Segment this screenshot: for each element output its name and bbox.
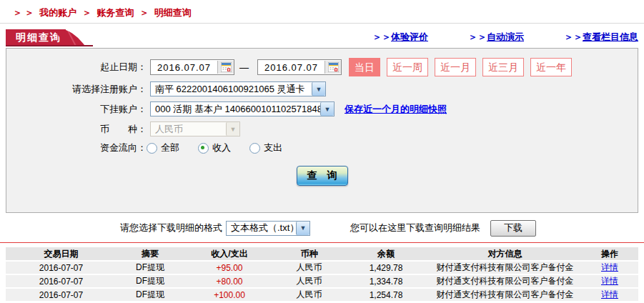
transactions-table: 交易日期 摘要 收入/支出 币种 余额 对方信息 操作 2016-07-07 D…	[6, 246, 638, 302]
start-date-calendar-button[interactable]	[217, 61, 234, 74]
cell-counterparty: 财付通支付科技有限公司客户备付金	[429, 289, 581, 301]
breadcrumb-separator: ＞	[82, 7, 91, 18]
radio-expense-icon[interactable]	[249, 143, 260, 154]
cell-action: 详情	[581, 262, 638, 274]
col-action: 操作	[581, 247, 638, 260]
cell-amount: +80.00	[184, 275, 275, 287]
detail-link[interactable]: 详情	[601, 262, 618, 272]
chevron-down-icon: ▼	[312, 82, 325, 96]
breadcrumb-prefix: ＞ ＞	[13, 7, 34, 18]
download-format-select[interactable]: 文本格式（.txt） ▼	[226, 221, 310, 236]
cell-date: 2016-07-07	[6, 262, 117, 274]
cell-currency: 人民币	[275, 289, 343, 301]
registered-account-label: 请选择注册账户：	[6, 83, 147, 96]
end-date-input[interactable]: 2016.07.07	[257, 59, 342, 75]
download-format-label: 请您选择下载明细的格式	[120, 222, 222, 234]
calendar-icon	[328, 62, 339, 72]
tab-detail-query: 明细查询	[6, 29, 66, 45]
registered-account-select[interactable]: 南平 6222001406100921065 灵通卡 ▼	[150, 81, 326, 96]
cell-amount: +95.00	[184, 262, 275, 274]
cell-currency: 人民币	[275, 262, 343, 274]
cell-action: 详情	[581, 275, 638, 287]
table-row: 2016-07-07 DF提现 +95.00 人民币 1,429.78 财付通支…	[6, 262, 638, 274]
col-counterparty: 对方信息	[429, 247, 581, 260]
radio-income-icon[interactable]	[198, 143, 209, 154]
cell-action: 详情	[581, 289, 638, 301]
cell-date: 2016-07-07	[6, 289, 117, 301]
link-view-column-info[interactable]: ＞＞查看栏目信息	[564, 31, 638, 44]
fund-flow-row: 资金流向： 全部 收入 支出	[6, 141, 638, 154]
date-range-label: 起止日期：	[6, 61, 147, 74]
cell-balance: 1,334.78	[343, 275, 429, 287]
cell-counterparty: 财付通支付科技有限公司客户备付金	[429, 262, 581, 274]
currency-select: 人民币 ▼	[150, 121, 240, 136]
save-snapshot-link[interactable]: 保存近一个月的明细快照	[345, 103, 447, 116]
table-header-row: 交易日期 摘要 收入/支出 币种 余额 对方信息 操作	[6, 247, 638, 260]
flow-option-income-label: 收入	[212, 141, 231, 154]
currency-label: 币 种：	[6, 123, 147, 136]
col-trade-date: 交易日期	[6, 247, 117, 260]
quick-range-year-button[interactable]: 近一年	[530, 58, 572, 76]
link-auto-demo[interactable]: ＞＞自动演示	[468, 31, 524, 44]
registered-account-value: 南平 6222001406100921065 灵通卡	[151, 83, 312, 96]
query-button[interactable]: 查 询	[297, 166, 348, 186]
flow-option-income[interactable]: 收入	[198, 141, 231, 154]
radio-all-icon[interactable]	[147, 143, 157, 154]
cell-summary: DF提现	[117, 289, 184, 301]
breadcrumb-item-my-account[interactable]: 我的账户	[39, 7, 76, 18]
calendar-icon	[221, 62, 232, 72]
fund-flow-label: 资金流向：	[6, 141, 147, 154]
chevron-down-icon: ▼	[320, 102, 334, 116]
flow-option-expense[interactable]: 支出	[249, 141, 282, 154]
link-experience-review[interactable]: ＞＞体验评价	[372, 31, 428, 44]
col-currency: 币种	[275, 247, 343, 260]
cell-currency: 人民币	[275, 275, 343, 287]
detail-link[interactable]: 详情	[601, 276, 618, 286]
quick-range-today-button[interactable]: 当日	[349, 58, 380, 76]
cell-date: 2016-07-07	[6, 275, 117, 287]
page-title: 明细查询	[16, 31, 61, 43]
breadcrumb-separator: ＞	[139, 7, 149, 18]
breadcrumb-item-detail-query[interactable]: 明细查询	[154, 7, 192, 18]
currency-row: 币 种： 人民币 ▼	[6, 121, 638, 136]
flow-option-expense-label: 支出	[264, 141, 282, 154]
breadcrumb-divider	[0, 23, 644, 24]
registered-account-row: 请选择注册账户： 南平 6222001406100921065 灵通卡 ▼	[6, 81, 638, 96]
sub-account-row: 下挂账户： 000 活期 基本户 1406600101102571848 ▼ 保…	[6, 101, 638, 116]
cell-summary: DF提现	[117, 275, 184, 287]
table-row: 2016-07-07 DF提现 +100.00 人民币 1,254.78 财付通…	[6, 289, 638, 301]
download-button[interactable]: 下载	[490, 220, 536, 237]
cell-counterparty: 财付通支付科技有限公司客户备付金	[429, 275, 581, 287]
detail-link[interactable]: 详情	[601, 289, 618, 299]
end-date-calendar-button[interactable]	[325, 61, 341, 74]
sub-account-label: 下挂账户：	[6, 103, 147, 116]
chevron-down-icon: ▼	[226, 122, 239, 136]
col-income-expense: 收入/支出	[184, 247, 275, 260]
sub-account-select[interactable]: 000 活期 基本户 1406600101102571848 ▼	[150, 101, 335, 116]
table-top-divider	[0, 242, 644, 243]
table-row: 2016-07-07 DF提现 +80.00 人民币 1,334.78 财付通支…	[6, 275, 638, 287]
col-balance: 余额	[343, 247, 429, 260]
download-row: 请您选择下载明细的格式 文本格式（.txt） ▼ 您可以在这里下载查询明细结果 …	[0, 219, 644, 237]
quick-range-buttons: 当日 近一周 近一月 近三月 近一年	[349, 58, 578, 76]
header-links: ＞＞体验评价 ＞＞自动演示 ＞＞查看栏目信息	[372, 31, 638, 45]
breadcrumb-item-account-query[interactable]: 账务查询	[97, 7, 134, 18]
quick-range-3months-button[interactable]: 近三月	[482, 58, 524, 76]
download-hint: 您可以在这里下载查询明细结果	[350, 222, 480, 234]
quick-range-week-button[interactable]: 近一周	[387, 58, 428, 76]
currency-value: 人民币	[151, 123, 226, 136]
start-date-input[interactable]: 2016.07.07	[150, 59, 234, 75]
chevron-down-icon: ▼	[296, 222, 309, 235]
sub-account-value: 000 活期 基本户 1406600101102571848	[151, 103, 320, 116]
section-header: 明细查询 ＞＞体验评价 ＞＞自动演示 ＞＞查看栏目信息	[6, 28, 638, 45]
end-date-value: 2016.07.07	[258, 62, 325, 73]
cell-balance: 1,429.78	[343, 262, 429, 274]
quick-range-month-button[interactable]: 近一月	[435, 58, 476, 76]
flow-option-all[interactable]: 全部	[147, 141, 179, 154]
cell-amount: +100.00	[184, 289, 275, 301]
date-range-row: 起止日期： 2016.07.07 — 2016.07.07	[6, 58, 638, 76]
breadcrumb: ＞ ＞ 我的账户 ＞ 账务查询 ＞ 明细查询	[0, 0, 644, 21]
col-summary: 摘要	[117, 247, 184, 260]
download-format-value: 文本格式（.txt）	[227, 222, 296, 234]
tab-underline	[6, 45, 93, 46]
